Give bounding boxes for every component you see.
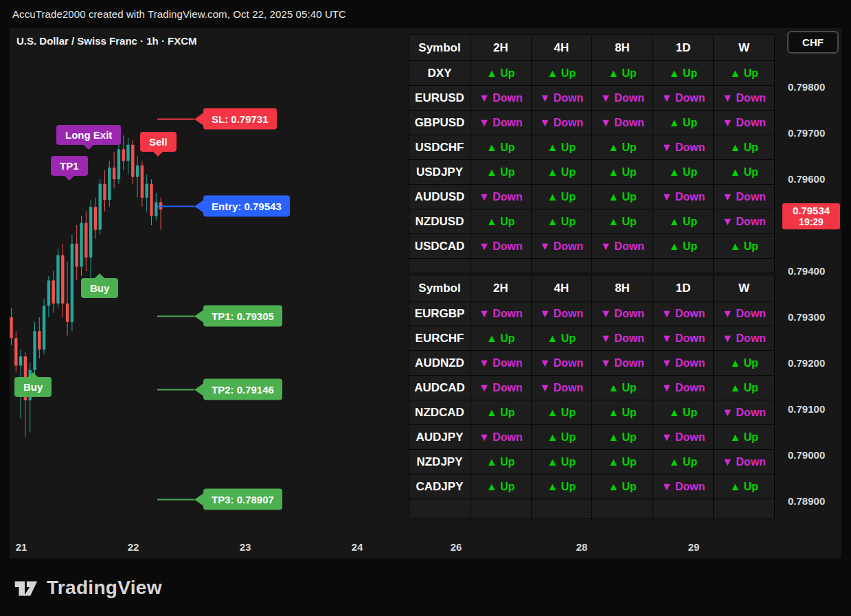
signal-down-cell: ▼ Down [714,209,774,233]
signal-up-cell: ▲ Up [470,135,531,159]
signal-up-cell: ▲ Up [470,209,531,233]
signal-up-cell: ▲ Up [592,475,653,499]
last-price-value: 0.79534 [793,205,830,216]
signal-down-cell: ▼ Down [714,326,774,350]
signal-down-cell: ▼ Down [714,185,774,209]
take-profit-2-level: TP2: 0.79146 [157,379,282,400]
signal-up-cell: ▲ Up [532,61,592,85]
signal-down-cell: ▼ Down [532,234,592,258]
signal-down-cell: ▼ Down [714,301,774,326]
matrix-row-audnzd: AUDNZD▼ Down▼ Down▼ Down▼ Down▲ Up [409,351,774,375]
signal-up-cell: ▲ Up [714,135,774,159]
signal-up-cell: ▲ Up [653,209,714,233]
matrix-row-eurusd: EURUSD▼ Down▼ Down▼ Down▼ Down▼ Down [409,86,774,110]
matrix-empty-row [409,259,774,273]
matrix-header-symbol: Symbol [409,275,470,301]
signal-up-cell: ▲ Up [592,209,653,233]
signal-down-cell: ▼ Down [470,234,531,258]
take-profit-3-level: TP3: 0.78907 [157,489,282,510]
matrix-row-eurchf: EURCHF▲ Up▲ Up▼ Down▼ Down▼ Down [409,326,774,350]
signal-up-cell: ▲ Up [653,61,714,85]
symbol-cell: EURCHF [409,326,470,350]
symbol-cell: USDJPY [409,160,470,184]
symbol-cell: USDCHF [409,135,470,159]
matrix-header-2h: 2H [470,35,531,60]
signal-down-cell: ▼ Down [653,86,714,110]
arrow-left-icon [194,200,203,212]
signal-up-cell: ▲ Up [470,450,531,474]
stop-loss-level: SL: 0.79731 [157,109,277,130]
arrow-left-icon [194,383,203,396]
signal-up-cell: ▲ Up [470,61,531,85]
symbol-cell: AUDUSD [409,185,470,209]
signal-up-cell: ▲ Up [532,400,592,424]
symbol-cell: EURUSD [409,86,470,110]
matrix-header-4h: 4H [532,35,592,60]
matrix-row-audcad: AUDCAD▼ Down▼ Down▲ Up▼ Down▲ Up [409,376,774,400]
signal-down-cell: ▼ Down [714,450,774,474]
empty-cell [592,259,653,273]
signal-down-cell: ▼ Down [532,111,592,135]
symbol-cell: NZDJPY [409,450,470,474]
empty-cell [714,259,774,273]
signal-up-cell: ▲ Up [714,475,774,499]
signal-up-cell: ▲ Up [714,234,774,258]
signal-down-cell: ▼ Down [592,111,653,135]
matrix-header-row: Symbol2H4H8H1DW [409,35,774,60]
entry-label: Entry: 0.79543 [203,196,290,217]
matrix-row-dxy: DXY▲ Up▲ Up▲ Up▲ Up▲ Up [409,61,774,85]
signal-up-cell: ▲ Up [532,135,592,159]
signal-up-cell: ▲ Up [532,425,592,449]
signal-up-cell: ▲ Up [714,376,774,400]
last-price-badge: 0.79534 19:29 [782,203,840,229]
sell-marker: Sell [140,132,177,152]
signal-up-cell: ▲ Up [714,425,774,449]
symbol-cell: GBPUSD [409,111,470,135]
empty-cell [470,259,531,273]
signal-down-cell: ▼ Down [653,376,714,400]
signal-up-cell: ▲ Up [653,400,714,424]
take-profit-1-label: TP1: 0.79305 [203,306,282,327]
signal-down-cell: ▼ Down [653,135,714,159]
signal-down-cell: ▼ Down [714,111,774,135]
signal-up-cell: ▲ Up [653,234,714,258]
signal-matrix-usd-pairs: Symbol2H4H8H1DWDXY▲ Up▲ Up▲ Up▲ Up▲ UpEU… [409,34,775,273]
signal-up-cell: ▲ Up [592,185,653,209]
matrix-header-8h: 8H [592,275,653,301]
signal-up-cell: ▲ Up [592,450,653,474]
symbol-cell: DXY [409,61,470,85]
signal-up-cell: ▲ Up [532,450,592,474]
signal-down-cell: ▼ Down [470,351,531,375]
matrix-row-audjpy: AUDJPY▼ Down▲ Up▲ Up▼ Down▲ Up [409,425,774,449]
signal-down-cell: ▼ Down [653,425,714,449]
symbol-cell: CADJPY [409,475,470,499]
signal-down-cell: ▼ Down [532,376,592,400]
signal-up-cell: ▲ Up [714,61,774,85]
matrix-row-nzdusd: NZDUSD▲ Up▲ Up▲ Up▲ Up▼ Down [409,209,774,233]
currency-chf-button[interactable]: CHF [787,31,839,54]
matrix-header-1d: 1D [653,275,714,301]
signal-up-cell: ▲ Up [653,160,714,184]
empty-cell [470,499,531,518]
empty-cell [532,499,592,518]
signal-down-cell: ▼ Down [470,185,531,209]
matrix-row-cadjpy: CADJPY▲ Up▲ Up▲ Up▼ Down▲ Up [409,475,774,499]
empty-cell [653,499,714,518]
signal-up-cell: ▲ Up [592,425,653,449]
signal-down-cell: ▼ Down [653,475,714,499]
matrix-row-usdcad: USDCAD▼ Down▼ Down▼ Down▲ Up▲ Up [409,234,774,258]
matrix-header-4h: 4H [532,275,592,301]
tradingview-logo[interactable]: TradingView [11,573,162,602]
empty-cell [592,499,653,518]
empty-cell [653,259,714,273]
signal-down-cell: ▼ Down [592,86,653,110]
level-line [157,389,194,390]
arrow-left-icon [194,310,203,322]
tradingview-logo-text: TradingView [47,577,162,599]
matrix-row-nzdcad: NZDCAD▲ Up▲ Up▲ Up▲ Up▼ Down [409,400,774,424]
matrix-header-row: Symbol2H4H8H1DW [409,275,774,301]
signal-up-cell: ▲ Up [653,450,714,474]
matrix-header-symbol: Symbol [409,35,470,60]
matrix-header-2h: 2H [470,275,531,301]
level-line [157,315,194,317]
